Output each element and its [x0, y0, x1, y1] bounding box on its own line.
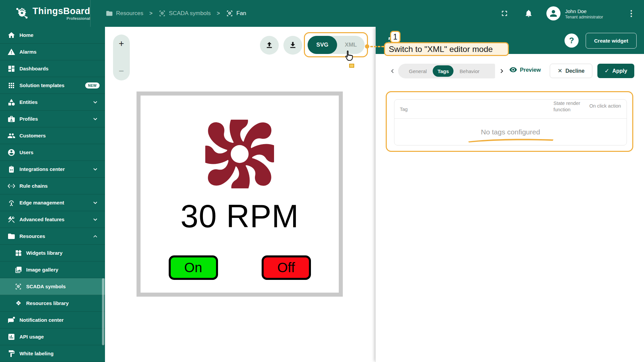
user-avatar[interactable]: [546, 6, 560, 20]
sidebar-item-image-gallery[interactable]: Image gallery: [0, 261, 105, 278]
sidebar-item-notification-center[interactable]: Notification center: [0, 312, 105, 328]
sidebar-item-entities[interactable]: Entities: [0, 94, 105, 111]
column-state-render-function: State render function: [553, 100, 584, 113]
scada-cube-icon: [15, 283, 22, 290]
cursor-highlight-square: [349, 64, 354, 68]
create-widget-button[interactable]: Create widget: [586, 33, 637, 49]
kebab-menu-icon[interactable]: ⋮: [627, 11, 635, 15]
widgets-icon: [15, 249, 22, 257]
brand-name: ThingsBoard: [33, 6, 90, 16]
dashboard-icon: [7, 65, 15, 73]
tab-tags[interactable]: Tags: [433, 65, 453, 77]
user-name: John Doe: [565, 8, 603, 15]
chevron-down-icon: [92, 166, 99, 173]
scada-icon: [159, 10, 166, 17]
sidebar-item-home[interactable]: Home: [0, 27, 105, 44]
sidebar-item-resources[interactable]: Resources: [0, 228, 105, 245]
notifications-bell-icon[interactable]: [524, 9, 533, 18]
tab-strip: General Tags Behavior Properties: [398, 64, 495, 78]
help-button[interactable]: ?: [565, 34, 579, 48]
toggle-svg-option[interactable]: SVG: [308, 36, 337, 54]
symbol-buttons-row: On Off: [169, 255, 311, 280]
chevron-down-icon: [92, 199, 99, 206]
category-icon: [7, 98, 15, 106]
photo-library-icon: [15, 266, 22, 274]
close-icon: ✕: [557, 67, 562, 74]
sidebar-item-edge-management[interactable]: Edge management: [0, 194, 105, 211]
tags-table-header: Tag State render function On click actio…: [394, 100, 627, 119]
decline-button[interactable]: ✕ Decline: [550, 64, 592, 78]
sidebar-item-widgets-library[interactable]: Widgets library: [0, 245, 105, 261]
sidebar-item-integrations-center[interactable]: Integrations center: [0, 161, 105, 178]
tab-properties[interactable]: Properties: [485, 68, 490, 74]
user-menu[interactable]: John Doe Tenant administrator: [565, 8, 603, 19]
new-badge: NEW: [85, 82, 100, 88]
apply-button[interactable]: ✓ Apply: [597, 64, 634, 78]
tabs-scroll-left-icon[interactable]: [388, 67, 396, 75]
brand-text: ThingsBoard Professional: [33, 6, 90, 20]
sidebar-item-dashboards[interactable]: Dashboards: [0, 60, 105, 77]
top-bar: ThingsBoard Professional Resources > SCA…: [0, 0, 644, 27]
symbol-settings-panel: ? Create widget General Tags Behavior Pr…: [375, 27, 644, 362]
tab-behavior[interactable]: Behavior: [455, 68, 484, 74]
upload-button[interactable]: [260, 36, 279, 55]
tabs-scroll-right-icon[interactable]: [498, 67, 506, 75]
breadcrumb-separator: >: [215, 10, 222, 16]
column-on-click-action: On click action: [589, 103, 625, 109]
guide-connector-dashes: [367, 46, 384, 47]
guide-tooltip: Switch to "XML" editor mode: [384, 42, 509, 56]
folder-icon: [106, 10, 113, 17]
sidebar-item-rule-chains[interactable]: Rule chains: [0, 178, 105, 194]
badge-icon: [7, 115, 15, 123]
breadcrumb-separator: >: [147, 10, 154, 16]
sidebar-item-users[interactable]: Users: [0, 144, 105, 161]
check-icon: ✓: [604, 67, 609, 74]
chevron-up-icon: [92, 233, 99, 240]
sidebar-scrollbar[interactable]: [102, 278, 104, 345]
rule-chains-icon: [7, 182, 15, 190]
sidebar-item-advanced-features[interactable]: Advanced features: [0, 211, 105, 228]
rpm-value-text: 30 RPM: [180, 198, 299, 235]
breadcrumb-resources[interactable]: Resources: [106, 10, 143, 17]
sidebar-item-resources-library[interactable]: ❖ Resources library: [0, 295, 105, 312]
no-tags-text: No tags configured: [481, 128, 540, 136]
zoom-out-button[interactable]: −: [119, 67, 124, 76]
sidebar-item-white-labeling[interactable]: White labeling: [0, 345, 105, 362]
sidebar-item-api-usage[interactable]: API usage: [0, 328, 105, 345]
chevron-down-icon: [92, 115, 99, 123]
antenna-icon: [7, 199, 15, 207]
warning-icon: [7, 48, 15, 56]
fullscreen-icon[interactable]: [500, 9, 509, 18]
home-icon: [7, 31, 15, 39]
tools-icon: [7, 216, 15, 224]
breadcrumb-fan[interactable]: Fan: [226, 10, 246, 17]
breadcrumb-scada-symbols[interactable]: SCADA symbols: [159, 10, 211, 17]
thingsboard-logo-icon: [15, 6, 29, 21]
zoom-in-button[interactable]: +: [119, 39, 124, 48]
fan-on-button[interactable]: On: [169, 255, 218, 280]
sidebar: Home Alarms Dashboards Solution template…: [0, 27, 105, 362]
sidebar-item-alarms[interactable]: Alarms: [0, 44, 105, 60]
sidebar-item-scada-symbols[interactable]: SCADA symbols: [0, 278, 105, 295]
brand[interactable]: ThingsBoard Professional: [0, 6, 90, 21]
download-button[interactable]: [283, 36, 302, 55]
sidebar-item-customers[interactable]: Customers: [0, 127, 105, 144]
scada-symbol-editor: ThingsBoard Professional Resources > SCA…: [0, 0, 644, 362]
user-role: Tenant administrator: [565, 15, 603, 19]
zoom-control: + −: [113, 35, 130, 80]
tab-general[interactable]: General: [404, 68, 431, 74]
preview-button[interactable]: Preview: [509, 66, 541, 74]
sidebar-item-profiles[interactable]: Profiles: [0, 111, 105, 127]
tags-guide-highlight: Tag State render function On click actio…: [386, 91, 633, 152]
people-icon: [7, 132, 15, 140]
folder-icon: [7, 232, 15, 240]
apps-icon: [7, 81, 15, 89]
panel-toolbar: General Tags Behavior Properties Preview…: [376, 64, 644, 78]
person-icon: [548, 8, 558, 18]
hand-cursor-icon: [343, 50, 356, 64]
sidebar-item-solution-templates[interactable]: Solution templates NEW: [0, 77, 105, 94]
account-circle-icon: [7, 148, 15, 157]
fan-icon: [205, 120, 274, 188]
fan-off-button[interactable]: Off: [262, 255, 311, 280]
notification-center-icon: [7, 316, 15, 324]
